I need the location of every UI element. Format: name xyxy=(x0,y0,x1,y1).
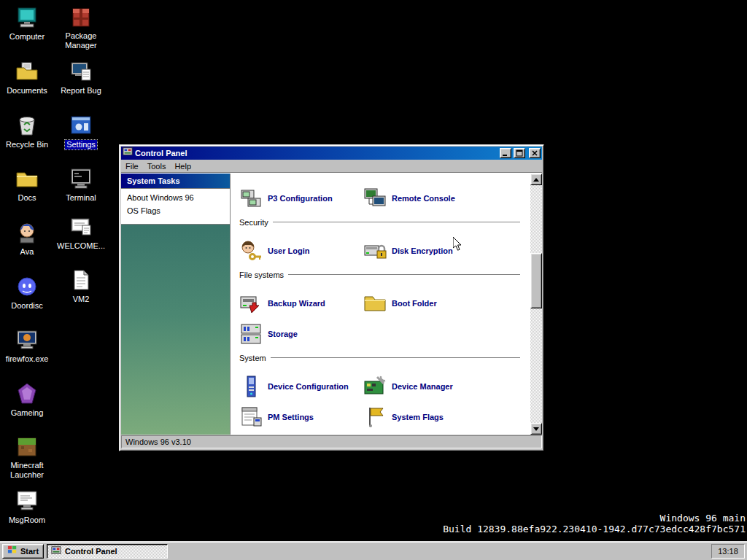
desktop-icon-label: Doordisc xyxy=(9,301,44,311)
desktop-icon-firewfox[interactable]: firewfox.exe xyxy=(1,328,53,365)
device-manager-icon xyxy=(363,375,387,398)
desktop-icon-recycle-bin[interactable]: Recycle Bin xyxy=(1,114,53,150)
maximize-button[interactable] xyxy=(514,148,525,158)
desktop-icon-package-manager[interactable]: Package Manager xyxy=(55,6,107,51)
desktop-icon-label: Report Bug xyxy=(59,86,103,96)
windows-logo-icon xyxy=(7,545,18,556)
desktop-icon-terminal[interactable]: Terminal xyxy=(55,167,107,203)
section-divider xyxy=(273,222,520,223)
desktop-icon-report-bug[interactable]: Report Bug xyxy=(55,60,107,96)
cp-item-label: Boot Folder xyxy=(392,299,437,308)
section-header-file-systems: File systems xyxy=(239,270,520,280)
desktop-icon-label: Ava xyxy=(19,247,36,257)
desktop-icon-label: Documents xyxy=(5,86,49,96)
cp-item-label: P3 Configuration xyxy=(268,194,333,203)
settings-icon xyxy=(69,114,93,137)
desktop-icon-ava[interactable]: Ava xyxy=(1,221,53,257)
taskbar-task-control-panel[interactable]: Control Panel xyxy=(47,544,168,559)
section-header-system: System xyxy=(239,353,520,363)
section-divider xyxy=(288,274,520,276)
control-panel-items: P3 Configuration Remote Console Security… xyxy=(231,174,530,435)
cp-item-backup-wizard[interactable]: Backup Wizard xyxy=(239,292,325,315)
recycle-bin-icon xyxy=(15,114,39,137)
cp-item-storage[interactable]: Storage xyxy=(239,322,298,346)
desktop-icon-docs[interactable]: Docs xyxy=(1,167,53,203)
desktop-icon-label: Recycle Bin xyxy=(4,140,50,149)
scroll-up-button[interactable] xyxy=(530,174,542,185)
build-info: Windows 96 main Build 12839.88efa922.230… xyxy=(443,513,746,534)
doordisc-icon xyxy=(15,275,39,298)
user-login-icon xyxy=(239,239,263,262)
start-label: Start xyxy=(20,547,39,556)
report-bug-icon xyxy=(69,60,93,83)
desktop-icon-msgroom[interactable]: MsgRoom xyxy=(1,489,53,526)
status-text: Windows 96 v3.10 xyxy=(125,438,191,446)
desktop-icon-label: Settings xyxy=(65,140,97,149)
system-flags-icon xyxy=(363,405,387,429)
desktop-icon-label: firewfox.exe xyxy=(4,354,50,364)
desktop-icon-welcome[interactable]: WELCOME... xyxy=(55,215,107,252)
cp-item-remote-console[interactable]: Remote Console xyxy=(363,187,455,210)
cp-item-user-login[interactable]: User Login xyxy=(239,239,309,262)
section-divider xyxy=(271,357,520,359)
close-button[interactable] xyxy=(529,148,541,158)
msgroom-icon xyxy=(15,489,39,513)
welcome-document-icon xyxy=(69,215,93,238)
menu-help[interactable]: Help xyxy=(170,161,196,171)
cp-item-system-flags[interactable]: System Flags xyxy=(363,405,444,429)
menu-file[interactable]: File xyxy=(121,161,143,171)
vertical-scrollbar[interactable] xyxy=(530,174,542,435)
cp-item-label: Remote Console xyxy=(392,194,455,203)
cp-item-device-manager[interactable]: Device Manager xyxy=(363,375,453,398)
desktop-icon-label: Package Manager xyxy=(55,31,107,50)
storage-icon xyxy=(239,322,263,346)
scrollbar-thumb[interactable] xyxy=(530,253,542,308)
pm-settings-icon xyxy=(239,405,263,429)
cp-item-device-configuration[interactable]: Device Configuration xyxy=(239,375,349,398)
cp-item-label: Storage xyxy=(268,330,298,338)
desktop-icon-doordisc[interactable]: Doordisc xyxy=(1,275,53,311)
up-arrow-icon xyxy=(533,178,539,182)
desktop-icon-label: VM2 xyxy=(71,295,91,304)
window-menubar: File Tools Help xyxy=(121,160,542,173)
window-statusbar: Windows 96 v3.10 xyxy=(121,435,542,449)
desktop-icon-minecraft-launcher[interactable]: Minecraft Laucnher xyxy=(1,435,53,481)
screen: Computer Documents Recycle Bin Docs Ava … xyxy=(0,0,747,560)
cp-item-p3-configuration[interactable]: P3 Configuration xyxy=(239,187,333,210)
cp-item-pm-settings[interactable]: PM Settings xyxy=(239,405,314,429)
sidebar-link-os-flags[interactable]: OS Flags xyxy=(121,204,230,217)
device-configuration-icon xyxy=(239,375,263,398)
start-button[interactable]: Start xyxy=(2,544,44,559)
window-titlebar[interactable]: Control Panel xyxy=(121,147,542,160)
boot-folder-icon xyxy=(363,292,387,315)
desktop-icon-gameing[interactable]: Gameing xyxy=(1,382,53,419)
desktop-icon-label: MsgRoom xyxy=(7,516,47,525)
avatar-icon xyxy=(15,221,39,244)
desktop-icon-label: Terminal xyxy=(64,193,98,203)
cp-item-boot-folder[interactable]: Boot Folder xyxy=(363,292,437,315)
disk-encryption-icon xyxy=(363,239,387,262)
desktop-icon-vm2[interactable]: VM2 xyxy=(55,268,107,305)
cp-item-label: User Login xyxy=(268,246,309,255)
sidebar-link-about-windows-96[interactable]: About Windows 96 xyxy=(121,191,230,204)
minimize-button[interactable] xyxy=(500,148,511,158)
desktop-icon-documents[interactable]: Documents xyxy=(1,60,53,96)
desktop-icon-computer[interactable]: Computer xyxy=(1,6,53,42)
build-line1: Windows 96 main xyxy=(443,513,746,524)
taskbar-clock[interactable]: 13:18 xyxy=(711,544,745,559)
firewfox-icon xyxy=(15,328,39,351)
clock-text: 13:18 xyxy=(718,547,738,556)
terminal-icon xyxy=(69,167,93,190)
backup-wizard-icon xyxy=(239,292,263,315)
control-panel-icon xyxy=(51,545,61,557)
control-panel-window: Control Panel File Tools Help System Tas… xyxy=(119,144,544,451)
vm2-file-icon xyxy=(69,268,93,292)
cp-item-label: Device Manager xyxy=(392,382,453,391)
menu-tools[interactable]: Tools xyxy=(143,161,171,171)
task-label: Control Panel xyxy=(65,547,117,556)
desktop-icon-settings[interactable]: Settings xyxy=(55,114,107,150)
minecraft-icon xyxy=(15,435,39,459)
package-manager-icon xyxy=(69,6,93,29)
scroll-down-button[interactable] xyxy=(530,423,542,435)
cp-item-disk-encryption[interactable]: Disk Encryption xyxy=(363,239,453,262)
